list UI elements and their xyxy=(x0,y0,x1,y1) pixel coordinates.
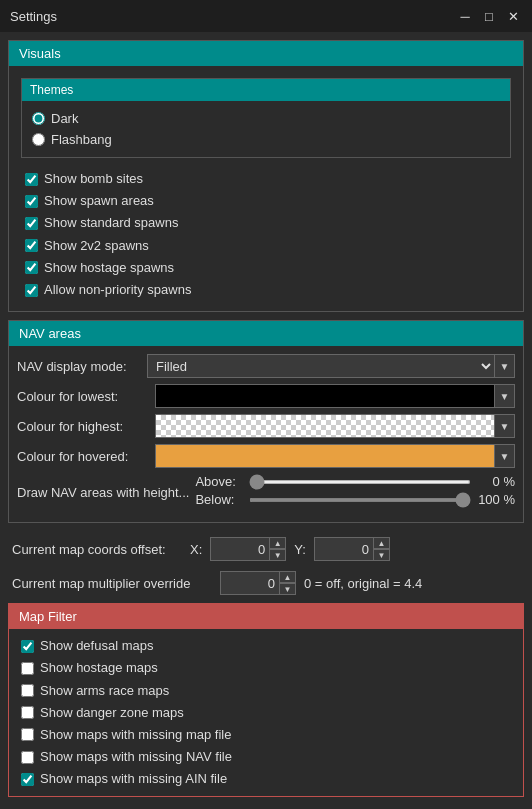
colour-lowest-arrow[interactable]: ▼ xyxy=(495,384,515,408)
colour-hovered-arrow[interactable]: ▼ xyxy=(495,444,515,468)
height-sub-rows: Above: 0 % Below: 100 % xyxy=(195,474,515,510)
x-spin-btns: ▲ ▼ xyxy=(270,537,286,561)
below-label: Below: xyxy=(195,492,243,507)
footer-row: Save Cancel xyxy=(8,805,524,809)
colour-lowest-picker: ▼ xyxy=(155,384,515,408)
theme-flashbang-radio[interactable] xyxy=(32,133,45,146)
show-missing-nav-item: Show maps with missing NAV file xyxy=(17,746,515,768)
show-hostage-spawns-item: Show hostage spawns xyxy=(21,257,511,279)
show-standard-spawns-checkbox[interactable] xyxy=(25,217,38,230)
minimize-button[interactable]: ─ xyxy=(456,7,474,25)
theme-dark-radio[interactable] xyxy=(32,112,45,125)
close-button[interactable]: ✕ xyxy=(504,7,522,25)
height-label: Draw NAV areas with height... xyxy=(17,485,189,500)
show-missing-nav-checkbox[interactable] xyxy=(21,751,34,764)
multiplier-spin-down[interactable]: ▼ xyxy=(280,583,296,595)
x-spinbox: ▲ ▼ xyxy=(210,537,286,561)
above-slider[interactable] xyxy=(249,480,471,484)
show-hostage-maps-checkbox[interactable] xyxy=(21,662,34,675)
visuals-section: Visuals Themes Dark Flashbang xyxy=(8,40,524,312)
multiplier-spin-btns: ▲ ▼ xyxy=(280,571,296,595)
show-missing-ain-item: Show maps with missing AIN file xyxy=(17,768,515,790)
colour-highest-row: Colour for highest: ▼ xyxy=(17,414,515,438)
show-spawn-areas-item: Show spawn areas xyxy=(21,190,511,212)
theme-radio-group: Dark Flashbang xyxy=(30,105,502,153)
title-bar: Settings ─ □ ✕ xyxy=(0,0,532,32)
show-hostage-spawns-checkbox[interactable] xyxy=(25,261,38,274)
colour-highest-picker: ▼ xyxy=(155,414,515,438)
show-hostage-maps-label: Show hostage maps xyxy=(40,659,158,677)
y-spin-btns: ▲ ▼ xyxy=(374,537,390,561)
multiplier-label: Current map multiplier override xyxy=(12,576,212,591)
map-filter-inner: Show defusal maps Show hostage maps Show… xyxy=(9,629,523,796)
below-slider[interactable] xyxy=(249,498,471,502)
x-axis-label: X: xyxy=(190,542,202,557)
maximize-button[interactable]: □ xyxy=(480,7,498,25)
theme-flashbang-item: Flashbang xyxy=(32,130,500,149)
multiplier-note: 0 = off, original = 4.4 xyxy=(304,576,422,591)
show-spawn-areas-checkbox[interactable] xyxy=(25,195,38,208)
allow-non-priority-checkbox[interactable] xyxy=(25,284,38,297)
show-missing-ain-checkbox[interactable] xyxy=(21,773,34,786)
coords-row: Current map coords offset: X: ▲ ▼ Y: ▲ ▼ xyxy=(8,531,524,567)
colour-hovered-box[interactable] xyxy=(155,444,495,468)
colour-highest-arrow[interactable]: ▼ xyxy=(495,414,515,438)
colour-lowest-box[interactable] xyxy=(155,384,495,408)
visuals-inner: Themes Dark Flashbang xyxy=(9,66,523,311)
show-arms-race-label: Show arms race maps xyxy=(40,682,169,700)
visuals-checkboxes: Show bomb sites Show spawn areas Show st… xyxy=(17,164,515,305)
show-spawn-areas-label: Show spawn areas xyxy=(44,192,154,210)
theme-dark-label: Dark xyxy=(51,111,78,126)
nav-inner: NAV display mode: Filled Outline None ▼ … xyxy=(9,346,523,522)
show-2v2-spawns-checkbox[interactable] xyxy=(25,239,38,252)
show-missing-ain-label: Show maps with missing AIN file xyxy=(40,770,227,788)
show-bomb-sites-checkbox[interactable] xyxy=(25,173,38,186)
y-axis-label: Y: xyxy=(294,542,306,557)
show-missing-map-checkbox[interactable] xyxy=(21,728,34,741)
colour-highest-box[interactable] xyxy=(155,414,495,438)
y-spin-up[interactable]: ▲ xyxy=(374,537,390,549)
x-input[interactable] xyxy=(210,537,270,561)
y-input[interactable] xyxy=(314,537,374,561)
allow-non-priority-item: Allow non-priority spawns xyxy=(21,279,511,301)
multiplier-spinbox: ▲ ▼ xyxy=(220,571,296,595)
show-danger-zone-checkbox[interactable] xyxy=(21,706,34,719)
show-standard-spawns-item: Show standard spawns xyxy=(21,212,511,234)
show-missing-map-label: Show maps with missing map file xyxy=(40,726,231,744)
allow-non-priority-label: Allow non-priority spawns xyxy=(44,281,191,299)
above-label: Above: xyxy=(195,474,243,489)
show-bomb-sites-item: Show bomb sites xyxy=(21,168,511,190)
show-defusal-item: Show defusal maps xyxy=(17,635,515,657)
colour-hovered-label: Colour for hovered: xyxy=(17,449,147,464)
nav-display-select[interactable]: Filled Outline None xyxy=(147,354,495,378)
colour-hovered-picker: ▼ xyxy=(155,444,515,468)
multiplier-spin-up[interactable]: ▲ xyxy=(280,571,296,583)
coords-label: Current map coords offset: xyxy=(12,542,182,557)
colour-hovered-row: Colour for hovered: ▼ xyxy=(17,444,515,468)
show-2v2-spawns-label: Show 2v2 spawns xyxy=(44,237,149,255)
theme-dark-item: Dark xyxy=(32,109,500,128)
show-defusal-checkbox[interactable] xyxy=(21,640,34,653)
y-spin-down[interactable]: ▼ xyxy=(374,549,390,561)
main-content: Visuals Themes Dark Flashbang xyxy=(0,32,532,809)
theme-flashbang-label: Flashbang xyxy=(51,132,112,147)
themes-header: Themes xyxy=(22,79,510,101)
window-title: Settings xyxy=(10,9,57,24)
show-missing-map-item: Show maps with missing map file xyxy=(17,724,515,746)
show-2v2-spawns-item: Show 2v2 spawns xyxy=(21,235,511,257)
x-spin-up[interactable]: ▲ xyxy=(270,537,286,549)
y-spinbox: ▲ ▼ xyxy=(314,537,390,561)
above-value: 0 % xyxy=(477,474,515,489)
map-filter-header: Map Filter xyxy=(9,604,523,629)
colour-lowest-row: Colour for lowest: ▼ xyxy=(17,384,515,408)
multiplier-input[interactable] xyxy=(220,571,280,595)
show-standard-spawns-label: Show standard spawns xyxy=(44,214,178,232)
nav-display-arrow[interactable]: ▼ xyxy=(495,354,515,378)
below-value: 100 % xyxy=(477,492,515,507)
height-row: Draw NAV areas with height... Above: 0 %… xyxy=(17,474,515,510)
show-arms-race-checkbox[interactable] xyxy=(21,684,34,697)
x-spin-down[interactable]: ▼ xyxy=(270,549,286,561)
show-hostage-spawns-label: Show hostage spawns xyxy=(44,259,174,277)
nav-areas-header: NAV areas xyxy=(9,321,523,346)
show-danger-zone-label: Show danger zone maps xyxy=(40,704,184,722)
